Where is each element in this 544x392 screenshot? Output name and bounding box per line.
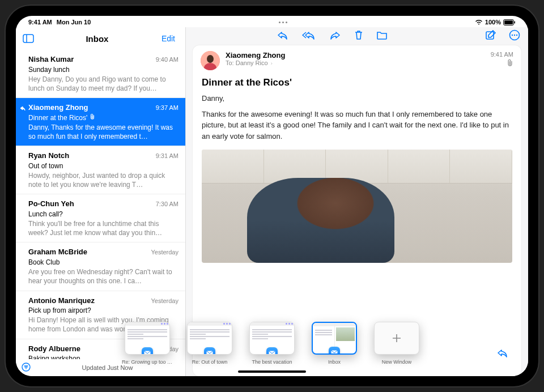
message-time: 9:37 AM [156, 104, 178, 112]
mail-subject: Dinner at the Ricos' [193, 74, 521, 93]
delete-button[interactable] [354, 29, 364, 41]
move-button[interactable] [376, 30, 388, 40]
message-sender: Po-Chun Yeh [28, 199, 74, 209]
status-bar: 9:41 AM Mon Jun 10 100% [16, 16, 528, 27]
screen: 9:41 AM Mon Jun 10 100% [16, 16, 528, 376]
message-sender: Graham McBride [28, 247, 87, 257]
edit-button[interactable]: Edit [158, 34, 178, 43]
mail-to-line[interactable]: To: Danny Rico › [226, 59, 485, 66]
svg-rect-2 [515, 21, 516, 23]
message-subject: Sunday lunch [28, 65, 178, 74]
mail-app-icon [204, 347, 215, 355]
message-item[interactable]: Po-Chun Yeh7:30 AMLunch call? Think you'… [16, 194, 185, 242]
forward-button[interactable] [329, 30, 341, 40]
message-item[interactable]: Xiaomeng Zhong9:37 AMDinner at the Ricos… [16, 98, 185, 146]
sender-avatar[interactable] [201, 51, 220, 70]
mailbox-title: Inbox [41, 34, 154, 44]
reply-button[interactable] [277, 30, 289, 40]
multitask-dots-icon[interactable] [91, 22, 475, 23]
message-time: 7:30 AM [156, 200, 178, 208]
shelf-item[interactable]: Re: Out of town [184, 322, 235, 365]
svg-point-12 [514, 35, 515, 36]
message-preview: Howdy, neighbor, Just wanted to drop a q… [28, 171, 178, 189]
attachment-icon[interactable] [491, 59, 513, 67]
message-time: 9:31 AM [156, 152, 178, 160]
message-subject: Book Club [28, 258, 178, 267]
compose-button[interactable] [485, 29, 496, 41]
sync-status: Updated Just Now [35, 364, 180, 371]
shelf-label: Re: Out of town [192, 359, 228, 365]
svg-rect-3 [23, 35, 33, 42]
window-thumbnail[interactable] [249, 322, 295, 355]
message-sender: Xiaomeng Zhong [28, 103, 88, 113]
message-preview: Danny, Thanks for the awesome evening! I… [28, 123, 178, 141]
message-subject: Pick up from airport? [28, 306, 178, 315]
shelf-label: Re: Growing up too fast! [122, 359, 173, 365]
shelf-label: The best vacation [252, 359, 292, 365]
message-list[interactable]: Nisha Kumar9:40 AMSunday lunch Hey Danny… [16, 50, 185, 359]
window-thumbnail[interactable] [187, 322, 232, 355]
mail-time: 9:41 AM [491, 51, 513, 58]
attachment-icon [90, 114, 95, 122]
battery-percent: 100% [485, 19, 501, 25]
shelf-item[interactable]: New Window [371, 322, 422, 365]
more-button[interactable] [509, 29, 520, 41]
shelf-label: Inbox [328, 359, 341, 365]
replied-icon [20, 104, 26, 113]
mail-body: Thanks for the awesome evening! It was s… [193, 109, 521, 147]
chevron-right-icon: › [271, 61, 273, 66]
message-time: 9:40 AM [156, 56, 178, 64]
mail-attachment-image[interactable] [202, 150, 512, 263]
message-item[interactable]: Graham McBrideYesterdayBook Club Are you… [16, 242, 185, 291]
mail-greeting: Danny, [193, 93, 521, 109]
message-preview: Hey Danny, Do you and Rigo want to come … [28, 75, 178, 93]
shelf-item[interactable]: Inbox [309, 322, 360, 365]
sidebar-toggle-icon[interactable] [20, 31, 36, 46]
svg-point-13 [516, 35, 517, 36]
message-subject: Lunch call? [28, 210, 178, 219]
message-time: Yesterday [151, 248, 178, 257]
reply-all-button[interactable] [301, 30, 316, 40]
mail-to-label: To: [226, 59, 234, 66]
svg-point-15 [207, 55, 214, 63]
ipad-frame: 9:41 AM Mon Jun 10 100% [6, 6, 538, 386]
svg-rect-1 [504, 20, 513, 24]
message-preview: Think you'll be free for a lunchtime cha… [28, 219, 178, 237]
quick-reply-button[interactable] [496, 348, 509, 360]
window-thumbnail[interactable] [374, 322, 419, 355]
message-sender: Ryan Notch [28, 151, 69, 161]
status-date: Mon Jun 10 [57, 19, 91, 25]
svg-point-11 [512, 35, 513, 36]
mail-app-icon [266, 347, 278, 355]
home-indicator[interactable] [238, 370, 306, 373]
message-preview: Are you free on Wednesday night? Can't w… [28, 267, 178, 286]
message-sender: Nisha Kumar [28, 54, 74, 65]
shelf-item[interactable]: The best vacation [246, 322, 298, 365]
window-thumbnail[interactable] [125, 322, 170, 355]
window-thumbnail[interactable] [312, 322, 357, 355]
battery-icon [503, 19, 516, 25]
shelf-label: New Window [382, 359, 412, 365]
mail-to-name: Danny Rico [236, 59, 268, 66]
status-time: 9:41 AM [28, 19, 52, 25]
message-toolbar [186, 27, 528, 43]
mail-from[interactable]: Xiaomeng Zhong [226, 51, 485, 59]
message-subject: Dinner at the Ricos' [28, 113, 178, 122]
shelf-item[interactable]: Re: Growing up too fast! [122, 322, 173, 365]
message-item[interactable]: Ryan Notch9:31 AMOut of town Howdy, neig… [16, 146, 185, 194]
message-item[interactable]: Nisha Kumar9:40 AMSunday lunch Hey Danny… [16, 50, 185, 98]
mail-app-icon [142, 347, 153, 355]
app-shelf[interactable]: Re: Growing up too fast!Re: Out of townT… [16, 322, 528, 365]
message-subject: Out of town [28, 161, 178, 171]
mail-app-icon [329, 347, 340, 355]
message-sender: Antonio Manriquez [28, 296, 95, 306]
wifi-icon [475, 19, 483, 25]
message-time: Yesterday [151, 297, 178, 305]
